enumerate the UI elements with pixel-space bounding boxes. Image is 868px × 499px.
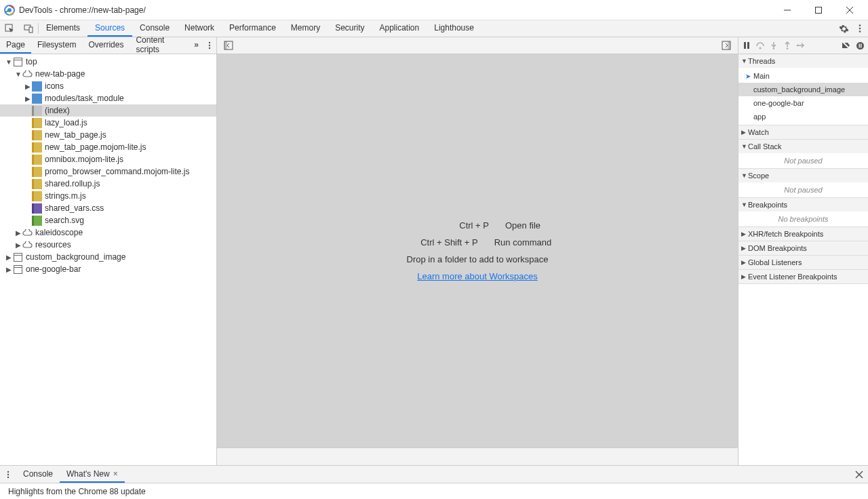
- subtab-filesystem[interactable]: Filesystem: [31, 37, 82, 54]
- step-out-icon[interactable]: [781, 39, 794, 52]
- minimize-button[interactable]: [772, 0, 803, 20]
- triangle-right-icon: ▶: [741, 129, 748, 136]
- step-into-icon[interactable]: [767, 39, 781, 52]
- tree-node-label: kaleidoscope: [35, 228, 83, 237]
- section-header-global-listeners[interactable]: ▶Global Listeners: [738, 256, 868, 269]
- tree-node[interactable]: search.svg: [0, 214, 216, 226]
- file-svg-icon: [32, 216, 42, 226]
- tab-security[interactable]: Security: [328, 20, 372, 37]
- section-header-breakpoints[interactable]: ▼Breakpoints: [738, 198, 868, 212]
- tree-node[interactable]: new_tab_page.js: [0, 129, 216, 141]
- inspect-icon[interactable]: [0, 20, 19, 37]
- tree-node[interactable]: ▼new-tab-page: [0, 68, 216, 80]
- tab-sources[interactable]: Sources: [87, 20, 132, 37]
- tree-node-label: search.svg: [45, 216, 84, 225]
- tree-node-label: shared_vars.css: [45, 203, 104, 213]
- thread-item[interactable]: app: [738, 110, 868, 123]
- subtab-page[interactable]: Page: [0, 37, 31, 54]
- section-header-event-listeners[interactable]: ▶Event Listener Breakpoints: [738, 270, 868, 283]
- step-icon[interactable]: [794, 39, 808, 52]
- open-file-label: Open file: [505, 220, 540, 231]
- tree-node[interactable]: new_tab_page.mojom-lite.js: [0, 141, 216, 153]
- tab-console[interactable]: Console: [132, 20, 177, 37]
- triangle-down-icon[interactable]: ▼: [15, 71, 22, 78]
- window-controls: [772, 0, 865, 20]
- tree-node[interactable]: shared.rollup.js: [0, 178, 216, 190]
- thread-item[interactable]: ➤Main: [738, 69, 868, 83]
- triangle-right-icon[interactable]: ▶: [5, 254, 12, 261]
- toggle-navigator-icon[interactable]: [221, 38, 236, 53]
- tree-node-label: resources: [35, 240, 71, 250]
- thread-item[interactable]: one-google-bar: [738, 96, 868, 110]
- svg-point-14: [209, 47, 210, 49]
- file-tree[interactable]: ▼top▼new-tab-page▶icons▶modules/task_mod…: [0, 54, 216, 465]
- debugger-panel: ▼Threads ➤Maincustom_background_imageone…: [738, 37, 868, 465]
- svg-point-11: [859, 31, 861, 33]
- drawer-more-icon[interactable]: [0, 466, 16, 483]
- tree-node[interactable]: ▶kaleidoscope: [0, 226, 216, 239]
- subtab-overrides[interactable]: Overrides: [82, 37, 130, 54]
- svg-rect-37: [861, 43, 862, 47]
- tree-node[interactable]: ▶custom_background_image: [0, 251, 216, 263]
- tab-memory[interactable]: Memory: [283, 20, 328, 37]
- triangle-right-icon: ▶: [741, 273, 748, 280]
- tab-lighthouse[interactable]: Lighthouse: [427, 20, 481, 37]
- section-header-watch[interactable]: ▶Watch: [738, 125, 868, 139]
- thread-label: Main: [753, 72, 770, 80]
- tab-application[interactable]: Application: [372, 20, 427, 37]
- navigator-panel: Page Filesystem Overrides Content script…: [0, 37, 217, 465]
- section-header-dom[interactable]: ▶DOM Breakpoints: [738, 241, 868, 255]
- tree-node[interactable]: promo_browser_command.mojom-lite.js: [0, 165, 216, 178]
- triangle-down-icon[interactable]: ▼: [5, 58, 12, 66]
- pause-icon[interactable]: [740, 39, 753, 52]
- tab-elements[interactable]: Elements: [39, 20, 87, 37]
- subtab-content-scripts[interactable]: Content scripts: [130, 37, 190, 54]
- triangle-right-icon[interactable]: ▶: [15, 241, 22, 249]
- triangle-right-icon[interactable]: ▶: [5, 266, 12, 273]
- tree-node[interactable]: omnibox.mojom-lite.js: [0, 153, 216, 165]
- pause-on-exceptions-icon[interactable]: [853, 39, 867, 52]
- step-over-icon[interactable]: [753, 39, 767, 52]
- triangle-right-icon[interactable]: ▶: [24, 95, 31, 102]
- tree-node[interactable]: ▼top: [0, 56, 216, 68]
- tree-node[interactable]: strings.m.js: [0, 190, 216, 202]
- toggle-debugger-icon[interactable]: [719, 38, 734, 53]
- open-file-shortcut: Ctrl + P: [414, 220, 489, 231]
- svg-rect-3: [816, 7, 822, 13]
- triangle-right-icon: ▶: [741, 259, 748, 266]
- tree-node[interactable]: (index): [0, 104, 216, 117]
- subtab-more-icon[interactable]: »: [190, 37, 203, 54]
- tab-performance[interactable]: Performance: [222, 20, 283, 37]
- more-icon[interactable]: [852, 24, 868, 33]
- tab-network[interactable]: Network: [177, 20, 222, 37]
- tree-node-label: icons: [45, 81, 64, 91]
- close-button[interactable]: [834, 0, 865, 20]
- triangle-right-icon[interactable]: ▶: [24, 83, 31, 90]
- drawer-tab-whatsnew[interactable]: What's New×: [60, 466, 125, 483]
- tree-node[interactable]: ▶resources: [0, 239, 216, 251]
- svg-point-27: [760, 47, 762, 49]
- drawer-close-icon[interactable]: [850, 466, 868, 483]
- thread-item[interactable]: custom_background_image: [738, 83, 868, 96]
- tree-node[interactable]: shared_vars.css: [0, 202, 216, 214]
- learn-more-link[interactable]: Learn more about Workspaces: [417, 271, 538, 281]
- drawer-body: Highlights from the Chrome 88 update: [0, 483, 868, 499]
- section-header-scope[interactable]: ▼Scope: [738, 169, 868, 182]
- triangle-right-icon[interactable]: ▶: [15, 229, 22, 237]
- close-icon[interactable]: ×: [113, 469, 118, 479]
- navigator-more-icon[interactable]: [203, 37, 216, 54]
- section-header-xhr[interactable]: ▶XHR/fetch Breakpoints: [738, 227, 868, 241]
- deactivate-breakpoints-icon[interactable]: [840, 39, 853, 52]
- section-header-callstack[interactable]: ▼Call Stack: [738, 140, 868, 153]
- tree-node-label: top: [26, 57, 37, 66]
- tree-node[interactable]: ▶one-google-bar: [0, 263, 216, 275]
- section-header-threads[interactable]: ▼Threads: [738, 54, 868, 68]
- tree-node[interactable]: ▶icons: [0, 80, 216, 92]
- device-toggle-icon[interactable]: [19, 20, 38, 37]
- tree-node[interactable]: lazy_load.js: [0, 117, 216, 129]
- section-breakpoints: ▼Breakpoints No breakpoints: [738, 198, 868, 227]
- settings-icon[interactable]: [835, 24, 852, 34]
- maximize-button[interactable]: [803, 0, 834, 20]
- tree-node[interactable]: ▶modules/task_module: [0, 92, 216, 104]
- drawer-tab-console[interactable]: Console: [16, 466, 60, 483]
